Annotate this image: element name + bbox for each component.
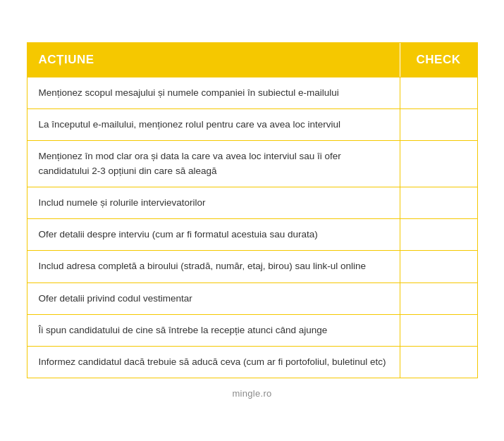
row-text-2: Menționez în mod clar ora și data la car… [27, 141, 400, 187]
row-check-0[interactable] [400, 77, 477, 108]
table-row: Menționez în mod clar ora și data la car… [27, 140, 477, 187]
row-check-2[interactable] [400, 141, 477, 187]
row-text-5: Includ adresa completă a biroului (strad… [27, 251, 400, 282]
table-body: Menționez scopul mesajului și numele com… [27, 77, 477, 378]
row-text-7: Îi spun candidatului de cine să întrebe … [27, 315, 400, 346]
table-row: Includ adresa completă a biroului (strad… [27, 250, 477, 282]
table-row: La începutul e-mailului, menționez rolul… [27, 108, 477, 140]
table-header: ACȚIUNE CHECK [27, 43, 477, 77]
table-row: Îi spun candidatului de cine să întrebe … [27, 314, 477, 346]
header-check: CHECK [400, 43, 477, 77]
table-row: Ofer detalii despre interviu (cum ar fi … [27, 218, 477, 250]
row-text-3: Includ numele și rolurile intervievatori… [27, 187, 400, 218]
row-check-3[interactable] [400, 187, 477, 218]
footer-label: mingle.ro [232, 388, 271, 399]
row-check-6[interactable] [400, 283, 477, 314]
table-row: Includ numele și rolurile intervievatori… [27, 187, 477, 218]
table-row: Informez candidatul dacă trebuie să aduc… [27, 346, 477, 378]
row-check-4[interactable] [400, 219, 477, 250]
row-text-1: La începutul e-mailului, menționez rolul… [27, 109, 400, 140]
row-check-7[interactable] [400, 315, 477, 346]
row-text-6: Ofer detalii privind codul vestimentar [27, 283, 400, 314]
table-row: Menționez scopul mesajului și numele com… [27, 77, 477, 108]
row-check-8[interactable] [400, 347, 477, 378]
row-check-5[interactable] [400, 251, 477, 282]
table-row: Ofer detalii privind codul vestimentar [27, 282, 477, 314]
row-text-8: Informez candidatul dacă trebuie să aduc… [27, 347, 400, 378]
row-text-0: Menționez scopul mesajului și numele com… [27, 77, 400, 108]
header-actiune: ACȚIUNE [27, 43, 400, 77]
row-check-1[interactable] [400, 109, 477, 140]
row-text-4: Ofer detalii despre interviu (cum ar fi … [27, 219, 400, 250]
table-wrapper: ACȚIUNE CHECK Menționez scopul mesajului… [27, 42, 478, 379]
